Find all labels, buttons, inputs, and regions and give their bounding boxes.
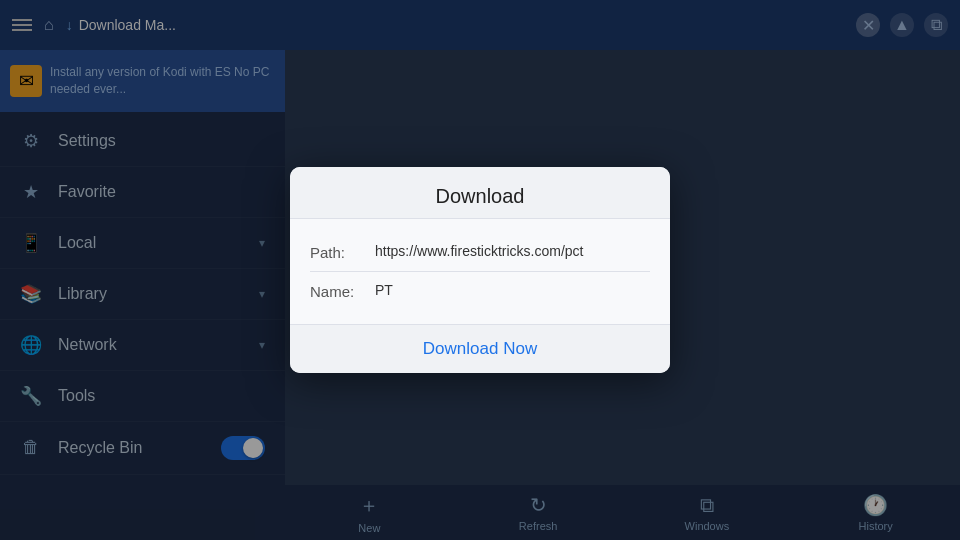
download-modal: Download Path: https://www.firesticktric… (290, 167, 670, 373)
modal-title: Download (436, 185, 525, 207)
name-input[interactable] (375, 282, 650, 298)
modal-body: Path: https://www.firesticktricks.com/pc… (290, 219, 670, 324)
modal-footer: Download Now (290, 324, 670, 373)
path-value: https://www.firesticktricks.com/pct (375, 243, 650, 259)
modal-title-bar: Download (290, 167, 670, 219)
modal-path-field: Path: https://www.firesticktricks.com/pc… (310, 233, 650, 272)
name-label: Name: (310, 282, 365, 300)
modal-name-field: Name: (310, 272, 650, 310)
modal-overlay: Download Path: https://www.firesticktric… (0, 0, 960, 540)
download-now-button[interactable]: Download Now (290, 325, 670, 373)
path-label: Path: (310, 243, 365, 261)
